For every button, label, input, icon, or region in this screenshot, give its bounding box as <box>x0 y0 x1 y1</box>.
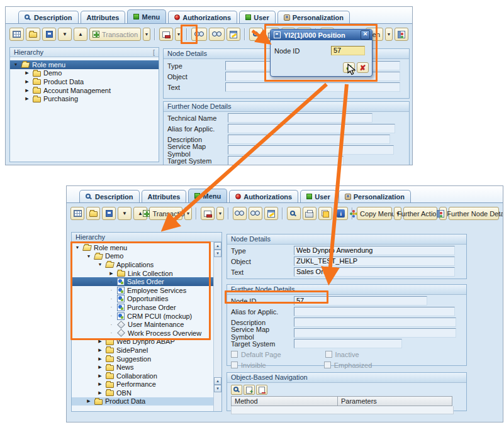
scroll-up-icon[interactable]: ▲ <box>214 242 221 250</box>
tree-item-demo[interactable]: ▼Demo <box>72 252 221 261</box>
service-map-symbol-field[interactable] <box>228 145 394 155</box>
tree-item-product-data[interactable]: ▶Product Data <box>10 77 159 86</box>
tab-user[interactable]: User <box>239 11 275 23</box>
close-icon[interactable]: ✕ <box>361 30 370 40</box>
technical-name-field[interactable] <box>228 113 372 123</box>
delete-row-button[interactable] <box>256 385 267 395</box>
tree-item-opportunities[interactable]: ·Opportunities <box>72 295 221 304</box>
node-id-field[interactable]: 57 <box>294 296 427 306</box>
find-next-button[interactable] <box>249 207 262 220</box>
tree-item-purchasing[interactable]: ▶Purchasing <box>10 94 159 103</box>
tab-attributes[interactable]: Attributes <box>81 11 126 23</box>
confirm-button[interactable]: ✔ <box>343 62 355 73</box>
object-field[interactable]: ZUKL_TEST_HELP <box>294 257 455 266</box>
tree-item-role-menu[interactable]: ▼Role menu <box>10 60 159 69</box>
tab-user[interactable]: User <box>300 190 336 202</box>
partially-hidden-dropdown[interactable]: ▼ <box>385 28 393 41</box>
save-button[interactable] <box>42 28 56 41</box>
move-up-button[interactable]: ▲ <box>74 28 87 41</box>
tree-item-employee-services[interactable]: ·Employee Services <box>72 286 221 295</box>
tab-authorizations[interactable]: Authorizations <box>168 11 237 23</box>
move-down-button[interactable]: ▼ <box>118 207 132 220</box>
tree-item-link-collection[interactable]: ▶Link Collection <box>72 269 221 278</box>
transaction-button[interactable]: Transaction <box>149 207 182 220</box>
tree-item-applications[interactable]: ▼Applications <box>72 260 221 269</box>
dialog-titlebar[interactable]: YI2(1)/000 Position ✕ <box>271 30 372 40</box>
further-actions-button[interactable]: Further Actions <box>403 207 437 220</box>
tab-menu[interactable]: Menu <box>127 9 166 23</box>
text-field[interactable] <box>225 82 400 92</box>
tree-item-purchase-order[interactable]: ·Purchase Order <box>72 303 221 312</box>
tree-item-work-process-overview[interactable]: ·Work Process Overview <box>72 329 221 338</box>
delete-dropdown[interactable]: ▼ <box>216 207 224 220</box>
delete-row-icon <box>162 31 170 38</box>
column-header-method[interactable]: Method <box>231 396 338 406</box>
tree-item-suggestion[interactable]: ▶Suggestion <box>72 355 221 363</box>
find-next-button[interactable] <box>209 28 225 41</box>
copy-menus-button[interactable]: Copy Menus <box>357 207 392 220</box>
print-button[interactable] <box>303 207 316 220</box>
tab-personalization[interactable]: Personalization <box>277 11 350 23</box>
find-button[interactable] <box>233 207 247 220</box>
tree-item-web-dynpro-abap[interactable]: ▶Web Dynpro ABAP <box>72 338 221 346</box>
move-down-button[interactable]: ▼ <box>58 28 72 41</box>
overview-button[interactable] <box>9 28 24 41</box>
delete-dropdown[interactable]: ▼ <box>175 28 182 41</box>
tree-item-obn[interactable]: ▶OBN <box>72 389 221 397</box>
delete-row-button[interactable] <box>159 28 173 41</box>
tree-item-performance[interactable]: ▶Performance <box>72 380 221 389</box>
overview-button[interactable] <box>70 207 84 220</box>
further-node-details-button[interactable] <box>395 28 408 41</box>
scroll-down-icon[interactable]: ▼ <box>214 385 221 392</box>
description-field[interactable] <box>294 317 456 327</box>
tab-personalization[interactable]: Personalization <box>339 190 411 202</box>
target-system-field[interactable] <box>294 339 402 348</box>
tree-item-crm-pcui[interactable]: ·CRM PCUI (mockup) <box>72 312 221 321</box>
tab-description[interactable]: Description <box>79 190 140 202</box>
column-header-parameters[interactable]: Parameters <box>338 396 452 406</box>
copy-button[interactable] <box>318 207 332 220</box>
delete-row-button[interactable] <box>201 207 215 220</box>
target-system-field[interactable] <box>228 156 344 165</box>
scroll-down-icon[interactable]: ▼ <box>214 250 221 257</box>
tree-item-collaboration[interactable]: ▶Collaboration <box>72 372 221 380</box>
tree-item-user-maintenance[interactable]: ·User Maintenance <box>72 320 221 329</box>
scroll-up-icon[interactable]: ▲ <box>214 377 221 385</box>
alias-field[interactable] <box>294 307 455 316</box>
tree-item-demo[interactable]: ▶Demo <box>10 69 159 78</box>
tree-item-news[interactable]: ▶News <box>72 363 221 372</box>
further-node-details-button[interactable]: Further Node Details <box>449 207 499 220</box>
type-field[interactable]: Web Dynpro Anwendung <box>294 246 455 255</box>
description-field[interactable] <box>228 135 390 144</box>
node-details-button[interactable] <box>264 207 278 220</box>
node-details-button[interactable] <box>227 28 240 41</box>
cancel-button[interactable]: ✘ <box>357 62 369 73</box>
node-id-input[interactable]: 57 <box>331 46 365 55</box>
find-button[interactable] <box>191 28 207 41</box>
insert-row-button[interactable] <box>244 385 255 395</box>
alias-field[interactable] <box>228 124 395 133</box>
zoom-button[interactable] <box>287 207 301 220</box>
tab-description[interactable]: Description <box>18 11 79 23</box>
zoom-button[interactable] <box>249 28 263 41</box>
tab-attributes[interactable]: Attributes <box>142 190 187 202</box>
info-button[interactable]: i <box>334 207 348 220</box>
display-button[interactable] <box>231 385 242 395</box>
create-folder-button[interactable] <box>86 207 100 220</box>
tree-item-account-management[interactable]: ▶Account Management <box>10 86 159 95</box>
service-map-symbol-field[interactable] <box>294 328 456 338</box>
save-button[interactable] <box>102 207 116 220</box>
transaction-dropdown[interactable]: ▼ <box>184 207 192 220</box>
tab-menu[interactable]: Menu <box>188 189 227 202</box>
tree-item-sidepanel[interactable]: ▶SidePanel <box>72 346 221 355</box>
tree-item-product-data[interactable]: ▶Product Data <box>72 397 221 406</box>
create-folder-button[interactable] <box>26 28 40 41</box>
tab-authorizations[interactable]: Authorizations <box>229 190 298 202</box>
transaction-dropdown[interactable]: ▼ <box>143 28 150 41</box>
tree-scrollbar[interactable]: ▲ ▼ ▲ ▼ <box>213 242 221 411</box>
tree-item-role-menu[interactable]: ▼Role menu <box>72 243 221 252</box>
tree-item-sales-order[interactable]: ·Sales Order <box>72 277 221 286</box>
transaction-button[interactable]: Transaction <box>89 28 141 41</box>
text-field[interactable]: Sales Order <box>294 267 455 277</box>
field-label: Object <box>167 73 225 80</box>
